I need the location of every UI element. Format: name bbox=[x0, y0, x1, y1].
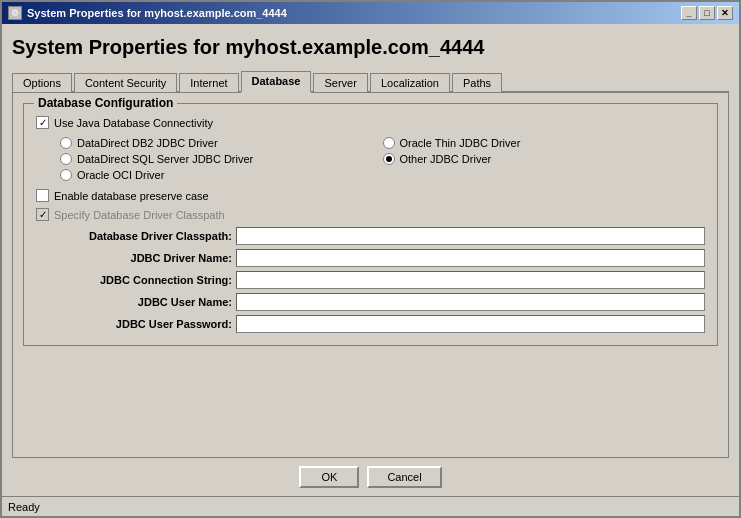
user-password-input[interactable] bbox=[236, 315, 705, 333]
window-icon: ⚙ bbox=[8, 6, 22, 20]
main-title-host: myhost.example.com_4444 bbox=[225, 36, 484, 58]
tab-content-database: Database Configuration Use Java Database… bbox=[12, 93, 729, 458]
radio-oracle-oci-label: Oracle OCI Driver bbox=[77, 169, 164, 181]
ok-button[interactable]: OK bbox=[299, 466, 359, 488]
radio-oracle-oci-input[interactable] bbox=[60, 169, 72, 181]
tab-server[interactable]: Server bbox=[313, 73, 367, 92]
radio-other-jdbc-label: Other JDBC Driver bbox=[400, 153, 492, 165]
driver-name-label: JDBC Driver Name: bbox=[36, 252, 236, 264]
user-name-input[interactable] bbox=[236, 293, 705, 311]
driver-name-row: JDBC Driver Name: bbox=[36, 249, 705, 267]
specify-classpath-label: Specify Database Driver Classpath bbox=[54, 209, 225, 221]
title-bar: ⚙ System Properties for myhost.example.c… bbox=[2, 2, 739, 24]
main-window: ⚙ System Properties for myhost.example.c… bbox=[0, 0, 741, 518]
radio-datadirect-db2-input[interactable] bbox=[60, 137, 72, 149]
tab-internet[interactable]: Internet bbox=[179, 73, 238, 92]
radio-datadirect-db2-label: DataDirect DB2 JDBC Driver bbox=[77, 137, 218, 149]
database-config-group: Database Configuration Use Java Database… bbox=[23, 103, 718, 346]
connection-string-input[interactable] bbox=[236, 271, 705, 289]
radio-datadirect-sql-input[interactable] bbox=[60, 153, 72, 165]
use-jdbc-row: Use Java Database Connectivity bbox=[36, 116, 705, 129]
user-name-row: JDBC User Name: bbox=[36, 293, 705, 311]
tab-localization[interactable]: Localization bbox=[370, 73, 450, 92]
radio-other-jdbc: Other JDBC Driver bbox=[383, 153, 706, 165]
connection-string-label: JDBC Connection String: bbox=[36, 274, 236, 286]
tab-options[interactable]: Options bbox=[12, 73, 72, 92]
user-password-label: JDBC User Password: bbox=[36, 318, 236, 330]
radio-datadirect-sql-label: DataDirect SQL Server JDBC Driver bbox=[77, 153, 253, 165]
driver-radio-group: DataDirect DB2 JDBC Driver DataDirect SQ… bbox=[60, 137, 705, 181]
tab-content-security[interactable]: Content Security bbox=[74, 73, 177, 92]
radio-oracle-thin-label: Oracle Thin JDBC Driver bbox=[400, 137, 521, 149]
cancel-button[interactable]: Cancel bbox=[367, 466, 441, 488]
use-jdbc-checkbox[interactable] bbox=[36, 116, 49, 129]
driver-classpath-input[interactable] bbox=[236, 227, 705, 245]
status-bar: Ready bbox=[2, 496, 739, 516]
tab-database[interactable]: Database bbox=[241, 71, 312, 93]
minimize-button[interactable]: _ bbox=[681, 6, 697, 20]
radio-other-jdbc-input[interactable] bbox=[383, 153, 395, 165]
use-jdbc-label: Use Java Database Connectivity bbox=[54, 117, 213, 129]
user-name-label: JDBC User Name: bbox=[36, 296, 236, 308]
specify-classpath-checkbox[interactable] bbox=[36, 208, 49, 221]
preserve-case-checkbox[interactable] bbox=[36, 189, 49, 202]
driver-radio-col-right: Oracle Thin JDBC Driver Other JDBC Drive… bbox=[383, 137, 706, 181]
radio-datadirect-db2: DataDirect DB2 JDBC Driver bbox=[60, 137, 383, 149]
radio-oracle-thin-input[interactable] bbox=[383, 137, 395, 149]
group-box-title: Database Configuration bbox=[34, 96, 177, 110]
window-content: System Properties for myhost.example.com… bbox=[2, 24, 739, 458]
title-bar-left: ⚙ System Properties for myhost.example.c… bbox=[8, 6, 287, 20]
bottom-bar: OK Cancel bbox=[2, 458, 739, 496]
tab-paths[interactable]: Paths bbox=[452, 73, 502, 92]
driver-name-input[interactable] bbox=[236, 249, 705, 267]
main-title: System Properties for myhost.example.com… bbox=[12, 32, 729, 63]
status-text: Ready bbox=[8, 501, 40, 513]
preserve-case-row: Enable database preserve case bbox=[36, 189, 705, 202]
specify-classpath-row: Specify Database Driver Classpath bbox=[36, 208, 705, 221]
radio-oracle-oci: Oracle OCI Driver bbox=[60, 169, 383, 181]
title-bar-buttons: _ □ ✕ bbox=[681, 6, 733, 20]
preserve-case-label: Enable database preserve case bbox=[54, 190, 209, 202]
radio-datadirect-sql: DataDirect SQL Server JDBC Driver bbox=[60, 153, 383, 165]
close-button[interactable]: ✕ bbox=[717, 6, 733, 20]
radio-oracle-thin: Oracle Thin JDBC Driver bbox=[383, 137, 706, 149]
maximize-button[interactable]: □ bbox=[699, 6, 715, 20]
tabs-bar: Options Content Security Internet Databa… bbox=[12, 69, 729, 93]
main-title-prefix: System Properties for bbox=[12, 36, 225, 58]
driver-classpath-label: Database Driver Classpath: bbox=[36, 230, 236, 242]
title-bar-title: System Properties for myhost.example.com… bbox=[27, 7, 287, 19]
user-password-row: JDBC User Password: bbox=[36, 315, 705, 333]
driver-radio-col-left: DataDirect DB2 JDBC Driver DataDirect SQ… bbox=[60, 137, 383, 181]
driver-classpath-row: Database Driver Classpath: bbox=[36, 227, 705, 245]
form-grid: Database Driver Classpath: JDBC Driver N… bbox=[36, 227, 705, 333]
connection-string-row: JDBC Connection String: bbox=[36, 271, 705, 289]
